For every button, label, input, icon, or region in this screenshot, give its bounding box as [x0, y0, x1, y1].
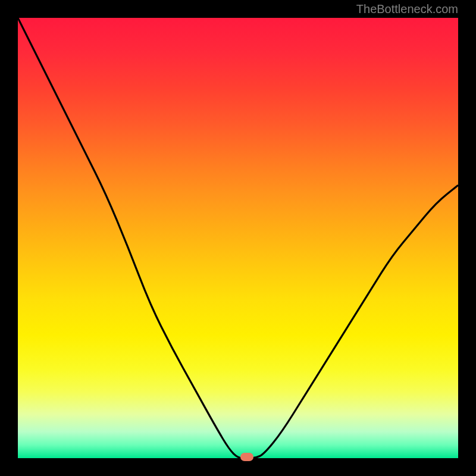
- chart-container: TheBottleneck.com: [0, 0, 476, 476]
- bottleneck-curve: [18, 18, 458, 458]
- watermark-text: TheBottleneck.com: [356, 2, 458, 16]
- optimal-marker: [240, 453, 253, 461]
- plot-area: [18, 18, 458, 458]
